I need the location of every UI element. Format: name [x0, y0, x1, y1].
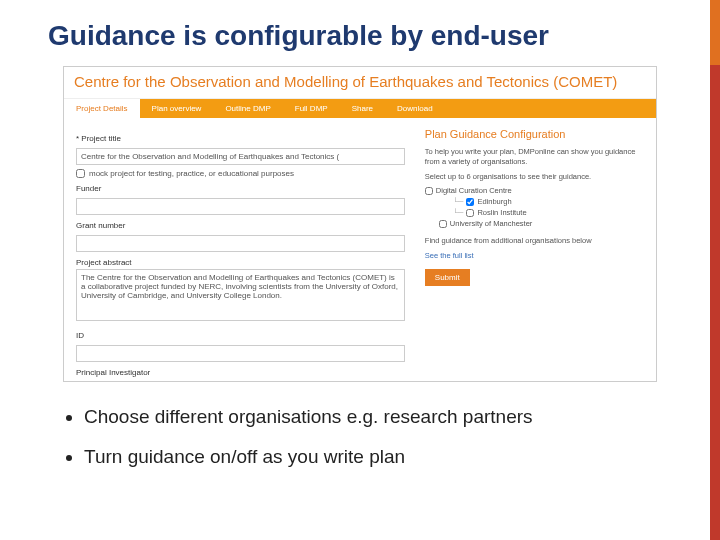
org-tree: Digital Curation Centre └─Edinburgh └─Ro…: [425, 186, 644, 228]
grant-input[interactable]: [76, 235, 405, 252]
org-manchester-checkbox[interactable]: [439, 220, 447, 228]
project-title-input[interactable]: [76, 148, 405, 165]
org-edinburgh-label: Edinburgh: [477, 197, 511, 206]
tab-share[interactable]: Share: [340, 99, 385, 118]
abstract-label: Project abstract: [76, 258, 405, 267]
slide-bullets: Choose different organisations e.g. rese…: [0, 382, 720, 468]
accent-bar: [710, 0, 720, 540]
bullet-item: Choose different organisations e.g. rese…: [84, 406, 720, 428]
submit-button[interactable]: Submit: [425, 269, 470, 286]
app-screenshot: Centre for the Observation and Modelling…: [63, 66, 657, 382]
org-roslin-checkbox[interactable]: [466, 209, 474, 217]
funder-label: Funder: [76, 184, 405, 193]
org-edinburgh-checkbox[interactable]: [466, 198, 474, 206]
full-list-link[interactable]: See the full list: [425, 251, 644, 260]
project-title-label: Project title: [76, 134, 405, 143]
bullet-item: Turn guidance on/off as you write plan: [84, 446, 720, 468]
form-panel: Project title mock project for testing, …: [76, 128, 405, 379]
guidance-find-more: Find guidance from additional organisati…: [425, 236, 644, 247]
app-header: Centre for the Observation and Modelling…: [64, 67, 656, 99]
org-dcc-checkbox[interactable]: [425, 187, 433, 195]
id-label: ID: [76, 331, 405, 340]
tab-plan-overview[interactable]: Plan overview: [140, 99, 214, 118]
id-input[interactable]: [76, 345, 405, 362]
tab-full-dmp[interactable]: Full DMP: [283, 99, 340, 118]
tab-bar: Project Details Plan overview Outline DM…: [64, 99, 656, 118]
tree-line-icon: └─: [453, 197, 464, 206]
grant-label: Grant number: [76, 221, 405, 230]
slide-title: Guidance is configurable by end-user: [0, 0, 720, 66]
tab-download[interactable]: Download: [385, 99, 445, 118]
mock-project-checkbox[interactable]: [76, 169, 85, 178]
guidance-panel: Plan Guidance Configuration To help you …: [425, 128, 644, 379]
abstract-input[interactable]: The Centre for the Observation and Model…: [76, 269, 405, 321]
guidance-title: Plan Guidance Configuration: [425, 128, 644, 141]
guidance-select-hint: Select up to 6 organisations to see thei…: [425, 172, 644, 183]
guidance-intro: To help you write your plan, DMPonline c…: [425, 147, 644, 168]
org-manchester-label: University of Manchester: [450, 219, 533, 228]
org-dcc-label: Digital Curation Centre: [436, 186, 512, 195]
tree-line-icon: └─: [453, 208, 464, 217]
org-roslin-label: Roslin Institute: [477, 208, 526, 217]
pi-label: Principal Investigator: [76, 368, 405, 377]
mock-project-label: mock project for testing, practice, or e…: [89, 169, 294, 178]
tab-project-details[interactable]: Project Details: [64, 99, 140, 118]
funder-input[interactable]: [76, 198, 405, 215]
tab-outline-dmp[interactable]: Outline DMP: [213, 99, 282, 118]
